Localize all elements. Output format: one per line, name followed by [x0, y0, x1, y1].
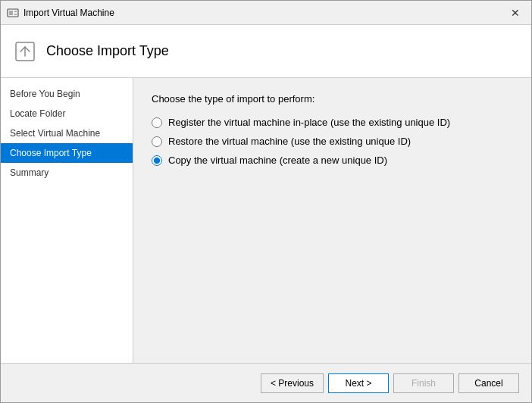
next-button[interactable]: Next > [328, 373, 389, 393]
instruction-label: Choose the type of import to perform: [152, 93, 513, 105]
header: Choose Import Type [1, 25, 531, 78]
sidebar-item-locate-folder[interactable]: Locate Folder [1, 104, 133, 123]
finish-button[interactable]: Finish [393, 373, 454, 393]
sidebar: Before You Begin Locate Folder Select Vi… [1, 78, 133, 363]
window-icon [7, 7, 19, 19]
svg-rect-2 [14, 11, 17, 12]
radio-input-2[interactable] [152, 136, 162, 147]
radio-option-3[interactable]: Copy the virtual machine (create a new u… [152, 155, 513, 166]
header-icon [13, 39, 37, 64]
svg-rect-3 [14, 14, 17, 15]
cancel-button[interactable]: Cancel [458, 373, 519, 393]
radio-input-3[interactable] [152, 155, 162, 166]
window-title: Import Virtual Machine [23, 8, 505, 18]
title-bar: Import Virtual Machine ✕ [1, 1, 531, 25]
sidebar-item-choose-import-type[interactable]: Choose Import Type [1, 143, 133, 163]
radio-input-1[interactable] [152, 117, 162, 128]
radio-label-3: Copy the virtual machine (create a new u… [168, 155, 387, 166]
radio-label-2: Restore the virtual machine (use the exi… [168, 136, 411, 147]
svg-rect-1 [9, 11, 13, 15]
sidebar-item-before-you-begin[interactable]: Before You Begin [1, 84, 133, 104]
content-area: Before You Begin Locate Folder Select Vi… [1, 78, 531, 363]
radio-option-2[interactable]: Restore the virtual machine (use the exi… [152, 136, 513, 147]
radio-label-1: Register the virtual machine in-place (u… [168, 117, 450, 128]
import-virtual-machine-window: Import Virtual Machine ✕ Choose Import T… [0, 0, 532, 403]
close-button[interactable]: ✕ [505, 5, 525, 20]
sidebar-item-summary[interactable]: Summary [1, 163, 133, 183]
sidebar-item-select-virtual-machine[interactable]: Select Virtual Machine [1, 123, 133, 143]
import-type-radio-group: Register the virtual machine in-place (u… [152, 117, 513, 166]
main-content: Choose the type of import to perform: Re… [133, 78, 531, 363]
radio-option-1[interactable]: Register the virtual machine in-place (u… [152, 117, 513, 128]
footer: < Previous Next > Finish Cancel [1, 363, 531, 402]
header-title: Choose Import Type [46, 43, 169, 59]
previous-button[interactable]: < Previous [261, 373, 324, 393]
